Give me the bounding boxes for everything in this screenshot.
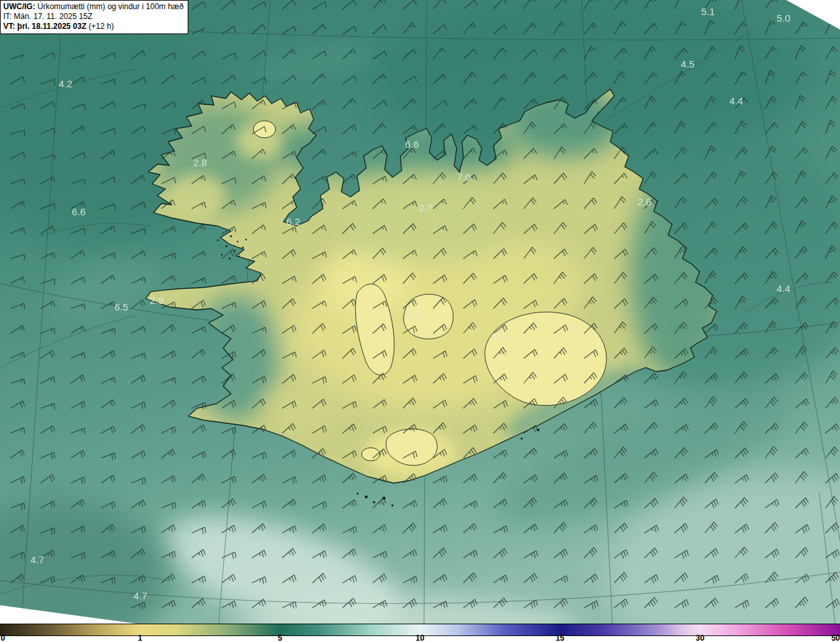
colorbar-tick: 1 xyxy=(138,634,142,642)
contour-value-label: 6.2 xyxy=(287,216,301,227)
title-line-product: UWC/IG: Úrkomumætti (mm) og vindur i 100… xyxy=(3,2,184,12)
contour-value-label: 4.4 xyxy=(777,283,791,294)
contour-value-label: 4.2 xyxy=(59,78,73,89)
colorbar-tick: 30 xyxy=(696,634,704,642)
contour-value-label: 6.6 xyxy=(72,206,86,217)
colorbar-tick-labels: 01510153050 xyxy=(0,636,840,642)
contour-value-label: 6.6 xyxy=(406,139,419,150)
colorbar-tick: 15 xyxy=(556,634,564,642)
contour-value-label: 2.8 xyxy=(194,157,207,168)
contour-value-label: 2.6 xyxy=(638,196,652,207)
contour-value-label: 4.4 xyxy=(730,95,744,106)
contour-value-label: 6.5 xyxy=(115,301,129,312)
contour-value-label: 5.1 xyxy=(702,6,715,17)
weather-map: 4.22.86.66.52.96.26.67.02.72.64.54.44.45… xyxy=(0,0,840,642)
title-box: UWC/IG: Úrkomumætti (mm) og vindur i 100… xyxy=(0,0,188,34)
contour-value-label: 4.7 xyxy=(31,554,45,565)
colorbar-tick: 5 xyxy=(278,634,282,642)
contour-value-label: 2.7 xyxy=(419,202,433,213)
contour-value-label: 1.3 xyxy=(408,308,421,319)
colorbar-tick: 10 xyxy=(415,634,424,642)
contour-value-label: 2.9 xyxy=(150,295,164,306)
contour-value-label: 5.0 xyxy=(777,12,791,24)
contour-value-label: 1.1 xyxy=(492,330,506,341)
contour-value-label: 4.5 xyxy=(681,58,695,70)
weather-map-screen: 4.22.86.66.52.96.26.67.02.72.64.54.44.45… xyxy=(0,0,840,642)
contour-value-label: 7.0 xyxy=(457,171,471,182)
colorbar-tick: 50 xyxy=(831,634,840,642)
title-line-valid-time: VT: þri. 18.11.2025 03Z (+12 h) xyxy=(3,22,184,32)
colorbar-tick: 0 xyxy=(1,634,5,642)
precipitation-colorbar: 01510153050 xyxy=(0,624,840,642)
title-line-init-time: IT: Mán. 17. 11. 2025 15Z xyxy=(3,12,184,22)
contour-value-label: 4.7 xyxy=(134,590,148,601)
